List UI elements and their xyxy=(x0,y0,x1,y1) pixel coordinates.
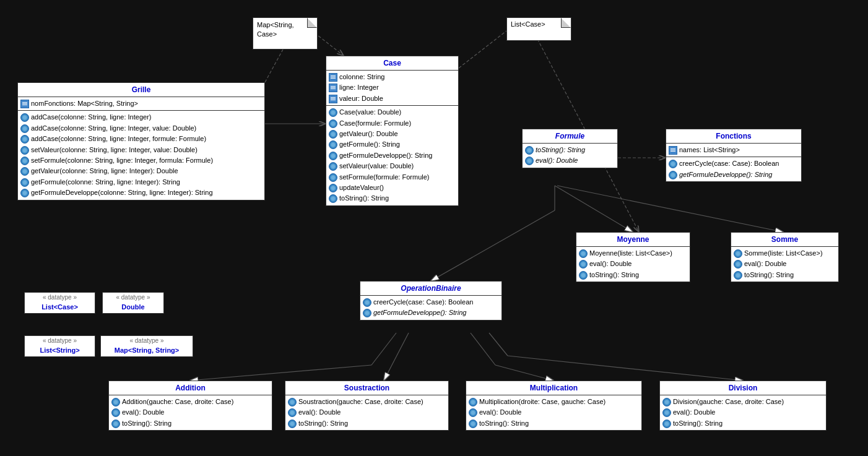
method-icon xyxy=(111,398,120,407)
class-moyenne-methods: Moyenne(liste: List<Case>) eval(): Doubl… xyxy=(576,247,690,282)
class-somme: Somme Somme(liste: List<Case>) eval(): D… xyxy=(731,232,839,282)
class-somme-header: Somme xyxy=(731,233,838,247)
method-icon xyxy=(329,173,337,182)
method-icon xyxy=(734,271,742,280)
datatype-map-string-string-1-name: Map<String, String> xyxy=(101,345,193,356)
diagram-canvas: Map<String,Case> List<Case> Case colonne… xyxy=(0,0,868,456)
field-icon xyxy=(329,73,337,82)
svg-line-12 xyxy=(190,365,371,381)
svg-line-11 xyxy=(371,333,396,365)
class-case-methods: Case(value: Double) Case(formule: Formul… xyxy=(326,106,458,205)
datatype-list-string-1-name: List<String> xyxy=(25,345,95,356)
datatype-list-string-1-label: « datatype » xyxy=(25,336,95,345)
method-icon xyxy=(363,309,371,317)
method-icon xyxy=(329,152,337,160)
class-somme-methods: Somme(liste: List<Case>) eval(): Double … xyxy=(731,247,838,282)
class-division: Division Division(gauche: Case, droite: … xyxy=(659,381,827,431)
method-icon xyxy=(329,119,337,128)
class-grille-fields: nomFonctions: Map<String, String> xyxy=(18,97,264,111)
svg-line-10 xyxy=(557,186,783,232)
method-icon xyxy=(734,260,742,269)
method-icon xyxy=(669,160,677,168)
datatype-double-1-label: « datatype » xyxy=(103,293,163,302)
note-map-string-case: Map<String,Case> xyxy=(253,17,318,49)
method-icon xyxy=(20,124,29,133)
class-multiplication: Multiplication Multiplication(droite: Ca… xyxy=(466,381,642,431)
method-icon xyxy=(579,271,588,280)
class-moyenne: Moyenne Moyenne(liste: List<Case>) eval(… xyxy=(576,232,690,282)
svg-line-15 xyxy=(495,365,553,381)
svg-line-13 xyxy=(384,333,409,381)
method-icon xyxy=(20,167,29,176)
class-formule-header: Formule xyxy=(523,129,617,144)
method-icon xyxy=(662,398,671,407)
svg-line-4 xyxy=(459,31,506,68)
field-icon xyxy=(20,100,29,108)
datatype-list-case-1: « datatype » List<Case> xyxy=(24,292,95,314)
method-icon xyxy=(20,146,29,155)
class-formule: Formule toString(): String eval(): Doubl… xyxy=(522,129,618,168)
method-icon xyxy=(20,178,29,187)
datatype-double-1: « datatype » Double xyxy=(102,292,164,314)
class-fonctions-methods: creerCycle(case: Case): Boolean getFormu… xyxy=(666,157,801,181)
class-division-header: Division xyxy=(660,381,826,395)
class-operation-binaire: OperationBinaire creerCycle(case: Case):… xyxy=(360,281,502,320)
method-icon xyxy=(469,419,477,428)
class-soustraction-methods: Soustraction(gauche: Case, droite: Case)… xyxy=(285,395,448,430)
method-icon xyxy=(20,189,29,197)
datatype-list-case-1-label: « datatype » xyxy=(25,293,95,302)
svg-line-16 xyxy=(489,333,508,356)
field-icon xyxy=(329,95,337,103)
datatype-list-case-1-name: List<Case> xyxy=(25,302,95,313)
note-list-case: List<Case> xyxy=(506,17,571,41)
class-case: Case colonne: String ligne: Integer vale… xyxy=(326,56,459,206)
datatype-map-string-string-1-label: « datatype » xyxy=(101,336,193,345)
method-icon xyxy=(579,249,588,258)
field-icon xyxy=(329,84,337,92)
class-case-header: Case xyxy=(326,56,458,71)
class-formule-methods: toString(): String eval(): Double xyxy=(523,144,617,168)
class-addition-methods: Addition(gauche: Case, droite: Case) eva… xyxy=(109,395,272,430)
method-icon xyxy=(525,146,534,155)
field-icon xyxy=(669,146,677,155)
datatype-list-string-1: « datatype » List<String> xyxy=(24,335,95,357)
class-soustraction: Soustraction Soustraction(gauche: Case, … xyxy=(285,381,449,431)
class-fonctions: Fonctions names: List<String> creerCycle… xyxy=(666,129,802,182)
method-icon xyxy=(662,408,671,417)
datatype-map-string-string-1: « datatype » Map<String, String> xyxy=(100,335,193,357)
method-icon xyxy=(288,419,297,428)
class-fonctions-fields: names: List<String> xyxy=(666,144,801,157)
class-case-fields: colonne: String ligne: Integer valeur: D… xyxy=(326,71,458,106)
svg-line-9 xyxy=(555,186,633,232)
class-grille-header: Grille xyxy=(18,83,264,97)
class-fonctions-header: Fonctions xyxy=(666,129,801,144)
class-addition: Addition Addition(gauche: Case, droite: … xyxy=(108,381,272,431)
method-icon xyxy=(329,184,337,192)
method-icon xyxy=(662,419,671,428)
method-icon xyxy=(288,408,297,417)
method-icon xyxy=(329,108,337,117)
method-icon xyxy=(329,130,337,139)
class-multiplication-methods: Multiplication(droite: Case, gauche: Cas… xyxy=(466,395,641,430)
datatype-double-1-name: Double xyxy=(103,302,163,313)
svg-line-2 xyxy=(265,48,284,82)
class-moyenne-header: Moyenne xyxy=(576,233,690,247)
class-multiplication-header: Multiplication xyxy=(466,381,641,395)
class-division-methods: Division(gauche: Case, droite: Case) eva… xyxy=(660,395,826,430)
method-icon xyxy=(111,419,120,428)
svg-line-3 xyxy=(315,33,344,56)
svg-line-8 xyxy=(431,210,555,281)
class-soustraction-header: Soustraction xyxy=(285,381,448,395)
method-icon xyxy=(469,408,477,417)
method-icon xyxy=(20,157,29,165)
method-icon xyxy=(111,408,120,417)
class-grille-methods: addCase(colonne: String, ligne: Integer)… xyxy=(18,111,264,199)
method-icon xyxy=(363,298,371,307)
method-icon xyxy=(469,398,477,407)
method-icon xyxy=(329,162,337,171)
method-icon xyxy=(579,260,588,269)
method-icon xyxy=(329,194,337,203)
method-icon xyxy=(329,140,337,149)
method-icon xyxy=(20,113,29,122)
svg-line-17 xyxy=(508,356,743,381)
